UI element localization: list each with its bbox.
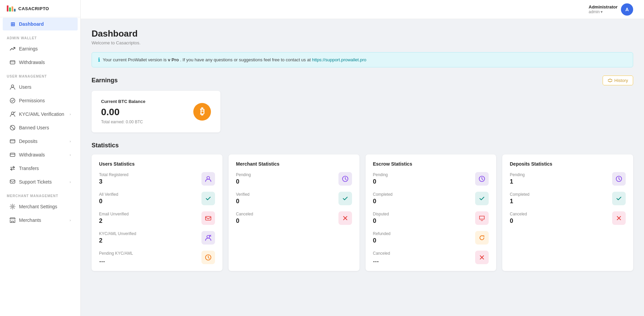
topbar: Administrator admin ▾ A	[81, 0, 644, 19]
btc-balance-value: 0.00	[101, 107, 145, 118]
banned-icon	[9, 125, 16, 131]
stat-label-escrow-refunded: Refunded	[373, 231, 391, 236]
svg-point-15	[207, 235, 210, 238]
stat-icon-all-verified	[201, 192, 215, 205]
kyc-icon	[9, 111, 16, 117]
statistics-section-title: Statistics	[92, 142, 633, 149]
sidebar-item-withdrawals[interactable]: Withdrawals	[3, 56, 78, 69]
stat-value-escrow-pending: 0	[373, 178, 388, 185]
sidebar-item-label-deposits: Deposits	[19, 139, 37, 144]
svg-point-4	[12, 112, 14, 114]
merchant-stat-title: Merchant Statistics	[236, 161, 352, 167]
sidebar-item-support-tickets[interactable]: Support Tickets ›	[3, 175, 78, 188]
sidebar-item-withdrawals2[interactable]: Withdrawals ›	[3, 148, 78, 161]
sidebar-item-label-withdrawals: Withdrawals	[19, 60, 45, 65]
stat-label-deposits-completed: Completed	[510, 192, 529, 197]
sidebar-item-label-banned: Banned Users	[19, 125, 49, 130]
transfers-icon	[9, 165, 16, 171]
history-icon	[608, 78, 612, 83]
stat-value-escrow-completed: 0	[373, 198, 393, 205]
stat-row: KYC/AML Unverified 2	[99, 231, 215, 245]
stat-row: Email Unverified 2	[99, 211, 215, 225]
stat-row: Canceled 0	[236, 211, 352, 225]
stat-row: Verified 0	[236, 192, 352, 205]
logo[interactable]: CASACRIPTO	[0, 0, 80, 17]
stat-label-merchant-canceled: Canceled	[236, 212, 253, 216]
sidebar-item-label-earnings: Earnings	[19, 46, 38, 51]
sidebar-section-merchant: MERCHANT MANAGEMENT	[0, 189, 80, 200]
btc-card-label: Current BTC Balance	[101, 99, 145, 104]
stat-value-merchant-verified: 0	[236, 198, 250, 205]
svg-rect-0	[10, 61, 15, 64]
sidebar-item-permissions[interactable]: Permissions	[3, 94, 78, 107]
sidebar-item-merchant-settings[interactable]: Merchant Settings	[3, 200, 78, 213]
main-content: Administrator admin ▾ A Dashboard Welcom…	[81, 0, 644, 316]
sidebar-section-user-management: USER MANAGEMENT	[0, 69, 80, 80]
stat-value-deposits-pending: 1	[510, 178, 525, 185]
stat-label-kyc-unverified: KYC/AML Unverified	[99, 231, 136, 236]
stat-value-deposits-canceled: 0	[510, 217, 527, 225]
svg-rect-9	[10, 153, 15, 156]
stat-value-total-registered: 3	[99, 178, 129, 185]
stat-icon-escrow-pending	[475, 172, 489, 186]
sidebar-item-label-merchants: Merchants	[19, 217, 41, 223]
stat-label-merchant-verified: Verified	[236, 192, 250, 197]
stat-label-all-verified: All Verified	[99, 192, 118, 197]
sidebar-item-label-permissions: Permissions	[19, 98, 45, 103]
sidebar-item-label-kyc: KYC/AML Verification	[19, 111, 64, 117]
logo-text: CASACRIPTO	[18, 6, 49, 11]
stat-value-escrow-canceled: …	[373, 257, 390, 264]
stat-label-escrow-disputed: Disputed	[373, 212, 389, 216]
stat-value-merchant-pending: 0	[236, 178, 251, 185]
earnings-icon	[9, 46, 16, 52]
stat-icon-merchant-verified	[338, 192, 352, 205]
stat-row: Pending KYC/AML …	[99, 251, 215, 264]
history-button[interactable]: History	[603, 76, 633, 85]
merchants-icon	[9, 217, 16, 223]
stat-row: All Verified 0	[99, 192, 215, 205]
sidebar-item-users[interactable]: Users	[3, 81, 78, 93]
stat-icon-escrow-refunded	[475, 231, 489, 245]
sidebar-item-dashboard[interactable]: ⊞ Dashboard	[3, 18, 78, 30]
banner-link[interactable]: https://support.prowallet.pro	[312, 57, 366, 62]
logo-icon	[7, 5, 16, 12]
sidebar-item-banned-users[interactable]: Banned Users	[3, 121, 78, 134]
support-icon	[9, 179, 16, 185]
stat-label-escrow-pending: Pending	[373, 172, 388, 177]
topbar-user-menu[interactable]: Administrator admin ▾ A	[589, 3, 633, 16]
stat-row: Completed 0	[373, 192, 489, 205]
stat-icon-total-registered	[201, 172, 215, 186]
stat-value-pending-kyc: …	[99, 257, 133, 264]
sidebar-item-earnings[interactable]: Earnings	[3, 42, 78, 55]
page-title: Dashboard	[92, 28, 633, 39]
stat-row: Canceled …	[373, 251, 489, 264]
withdrawals-icon	[9, 59, 16, 65]
topbar-admin-name: Administrator	[589, 4, 618, 9]
stat-row: Canceled 0	[510, 211, 626, 225]
sidebar: CASACRIPTO ⊞ Dashboard ADMIN WALLET Earn…	[0, 0, 81, 316]
svg-rect-7	[10, 140, 15, 143]
withdrawals2-chevron-icon: ›	[70, 153, 71, 157]
sidebar-item-label-merchant-settings: Merchant Settings	[19, 204, 57, 209]
stat-icon-escrow-disputed	[475, 211, 489, 225]
stat-row: Pending 0	[236, 172, 352, 186]
stat-value-deposits-completed: 1	[510, 198, 529, 205]
sidebar-item-label-transfers: Transfers	[19, 166, 39, 171]
stat-row: Disputed 0	[373, 211, 489, 225]
sidebar-item-deposits[interactable]: Deposits ›	[3, 135, 78, 148]
merchant-stat-card: Merchant Statistics Pending 0 Verified 0	[229, 154, 359, 271]
svg-rect-11	[10, 180, 15, 183]
sidebar-item-kyc-aml[interactable]: KYC/AML Verification ›	[3, 108, 78, 121]
topbar-admin-role: admin ▾	[589, 9, 618, 14]
stat-row: Completed 1	[510, 192, 626, 205]
earnings-section-header: Earnings History	[92, 76, 633, 85]
sidebar-item-label-dashboard: Dashboard	[19, 21, 44, 27]
stat-label-pending-kyc: Pending KYC/AML	[99, 251, 133, 256]
sidebar-item-label-users: Users	[19, 84, 32, 90]
sidebar-item-merchants[interactable]: Merchants ›	[3, 214, 78, 227]
earnings-section-title: Earnings	[92, 77, 118, 84]
stat-label-escrow-canceled: Canceled	[373, 251, 390, 256]
stat-icon-pending-kyc	[201, 251, 215, 264]
stat-value-escrow-disputed: 0	[373, 217, 389, 225]
sidebar-item-transfers[interactable]: Transfers	[3, 162, 78, 175]
